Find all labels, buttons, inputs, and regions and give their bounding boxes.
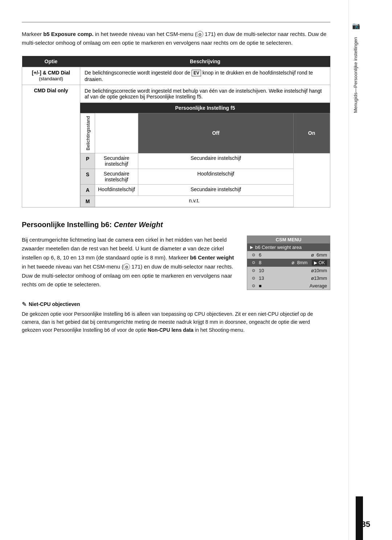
letter-S: S — [81, 169, 95, 184]
csm-item-13[interactable]: ⊙ 13 ø13mm — [247, 274, 330, 282]
csm-item-8[interactable]: ⊙ 8 ø 8mm ▶ OK — [247, 259, 330, 267]
dot-icon-13: ⊙ — [250, 276, 257, 281]
camera-icon: 📷 — [352, 22, 360, 30]
sidebar-label: Menugids—Persoonlijke instellingen — [352, 37, 359, 113]
ok-badge: ▶ OK — [312, 260, 327, 266]
letter-A: A — [81, 184, 95, 196]
csm-item-10[interactable]: ⊙ 10 ø10mm — [247, 267, 330, 274]
col-off-header: Off — [138, 113, 293, 153]
note-text: De gekozen optie voor Persoonlijke Inste… — [22, 310, 330, 334]
csm-menu-header: ▶ b6 Center weight area — [247, 243, 330, 251]
intro-paragraph: Markeer b5 Exposure comp. in het tweede … — [22, 30, 330, 47]
on-P: Secundaire instelschijf — [138, 153, 293, 169]
dot-icon-10: ⊙ — [250, 268, 257, 273]
main-content: Markeer b5 Exposure comp. in het tweede … — [0, 0, 348, 540]
note-title: Niet-CPU objectieven — [22, 301, 330, 308]
csm-item-avg[interactable]: ⊙ ■ Average — [247, 282, 330, 290]
csm-menu-box: CSM MENU ▶ b6 Center weight area ⊙ 6 ø 6… — [247, 235, 330, 290]
dot-icon-6: ⊙ — [250, 253, 257, 257]
on-A: Secundaire instelschijf — [138, 184, 293, 196]
b6-text: Bij centrumgerichte lichtmeting laat de … — [22, 235, 237, 290]
col-optie-header: Optie — [22, 56, 80, 67]
b6-heading: Persoonlijke Instelling b6: Center Weigh… — [22, 221, 330, 229]
off-P: Secundaire instelschijf — [95, 153, 138, 169]
letter-M: M — [81, 196, 95, 207]
letter-P: P — [81, 153, 95, 169]
on-S: Hoofdinstelschijf — [138, 169, 293, 184]
inner-title: Persoonlijke Instelling f5 — [80, 103, 330, 113]
optie-cmd-dial-only: CMD Dial only — [22, 85, 80, 207]
col-on-header: On — [294, 113, 330, 153]
off-A: Hoofdinstelschijf — [95, 184, 138, 196]
optie-cmd-dial: [+/-] & CMD Dial (standaard) — [22, 67, 80, 85]
dot-icon-8: ⊙ — [250, 260, 257, 265]
sidebar-black-bar — [356, 496, 363, 540]
note-box: Niet-CPU objectieven De gekozen optie vo… — [22, 301, 330, 334]
table-row-2: CMD Dial only De belichtingscorrectie wo… — [22, 85, 330, 207]
b6-section: Bij centrumgerichte lichtmeting laat de … — [22, 235, 330, 290]
inner-row-S: S Secundaire instelschijf Hoofdinstelsch… — [81, 169, 330, 184]
csm-menu-title: CSM MENU — [247, 236, 330, 243]
off-S: Secundaire instelschijf — [95, 169, 138, 184]
vert-label-cell: Belichtingsstand — [81, 113, 95, 153]
main-table: Optie Beschrijving [+/-] & CMD Dial (sta… — [22, 56, 330, 207]
row2-intro-text: De belichtingscorrectie wordt ingesteld … — [85, 88, 322, 100]
dot-icon-avg: ⊙ — [250, 283, 257, 288]
sidebar: 📷 Menugids—Persoonlijke instellingen — [348, 0, 363, 540]
b6-image-panel: CSM MENU ▶ b6 Center weight area ⊙ 6 ø 6… — [247, 235, 330, 290]
beschrijving-cmd-dial-only: De belichtingscorrectie wordt ingesteld … — [80, 85, 330, 207]
nvt-cell: n.v.t. — [95, 196, 294, 207]
col-beschrijving-header: Beschrijving — [80, 56, 330, 67]
table-row-1: [+/-] & CMD Dial (standaard) De belichti… — [22, 67, 330, 85]
play-icon: ▶ — [250, 245, 253, 250]
csm-item-6[interactable]: ⊙ 6 ø 6mm — [247, 251, 330, 259]
inner-row-M: M n.v.t. — [81, 196, 330, 207]
beschrijving-cmd-dial: De belichtingscorrectie wordt ingesteld … — [80, 67, 330, 85]
inner-row-A: A Hoofdinstelschijf Secundaire instelsch… — [81, 184, 330, 196]
inner-row-P: P Secundaire instelschijf Secundaire ins… — [81, 153, 330, 169]
page: Markeer b5 Exposure comp. in het tweede … — [0, 0, 392, 540]
